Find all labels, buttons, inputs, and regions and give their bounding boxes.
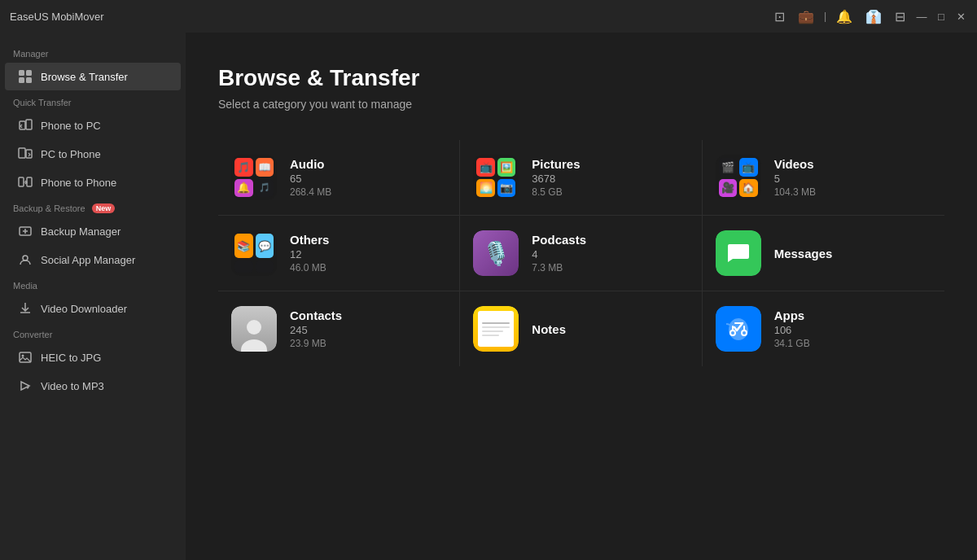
apps-count: 106 bbox=[774, 324, 810, 336]
pictures-icon: 📺 🖼️ 🌅 📷 bbox=[473, 155, 519, 200]
briefcase-icon[interactable]: 💼 bbox=[795, 7, 817, 26]
svg-rect-0 bbox=[19, 70, 24, 76]
category-card-others[interactable]: 📚 💬 Others 12 46.0 MB bbox=[218, 216, 460, 291]
sidebar-item-phone-to-pc[interactable]: Phone to PC bbox=[5, 112, 181, 139]
app-title: EaseUS MobiMover bbox=[10, 11, 104, 23]
svg-rect-2 bbox=[19, 77, 24, 83]
podcasts-size: 7.3 MB bbox=[532, 262, 586, 273]
sidebar-section-backup: Backup & Restore New bbox=[0, 197, 186, 217]
phone-to-pc-icon bbox=[18, 118, 33, 133]
audio-size: 268.4 MB bbox=[290, 186, 331, 198]
category-card-podcasts[interactable]: 🎙️ Podcasts 4 7.3 MB bbox=[460, 216, 702, 291]
sidebar: Manager Browse & Transfer Quick Transfer bbox=[0, 33, 186, 560]
notes-info: Notes bbox=[532, 322, 566, 336]
page-title: Browse & Transfer bbox=[218, 65, 944, 91]
maximize-button[interactable]: □ bbox=[935, 10, 948, 23]
podcasts-info: Podcasts 4 7.3 MB bbox=[532, 233, 586, 273]
notes-icon bbox=[473, 306, 519, 352]
sidebar-item-heic-to-jpg[interactable]: HEIC to JPG bbox=[5, 343, 181, 371]
sidebar-item-phone-to-phone-label: Phone to Phone bbox=[41, 177, 116, 189]
hanger-icon[interactable]: 👔 bbox=[862, 7, 885, 26]
videos-size: 104.3 MB bbox=[774, 186, 816, 198]
main-layout: Manager Browse & Transfer Quick Transfer bbox=[0, 33, 977, 560]
audio-count: 65 bbox=[290, 173, 331, 185]
new-badge: New bbox=[92, 203, 116, 213]
contacts-name: Contacts bbox=[290, 308, 342, 322]
sidebar-section-media: Media bbox=[0, 274, 186, 294]
audio-name: Audio bbox=[290, 157, 331, 171]
videos-name: Videos bbox=[774, 157, 816, 171]
bell-icon[interactable]: 🔔 bbox=[833, 7, 856, 26]
contacts-count: 245 bbox=[290, 324, 342, 336]
notes-name: Notes bbox=[532, 322, 566, 336]
minimize-button[interactable]: — bbox=[915, 10, 928, 23]
sidebar-section-manager: Manager bbox=[0, 42, 186, 62]
device-icon[interactable]: ⊡ bbox=[771, 7, 788, 26]
category-card-notes[interactable]: Notes bbox=[460, 291, 702, 366]
apps-size: 34.1 GB bbox=[774, 338, 810, 349]
contacts-icon bbox=[231, 306, 277, 352]
podcasts-count: 4 bbox=[532, 248, 586, 260]
category-card-apps[interactable]: Apps 106 34.1 GB bbox=[703, 291, 944, 366]
sidebar-item-phone-to-phone[interactable]: Phone to Phone bbox=[5, 168, 181, 196]
category-card-messages[interactable]: Messages bbox=[703, 216, 944, 291]
category-card-videos[interactable]: 🎬 📺 🎥 🏠 Videos 5 104.3 MB bbox=[703, 140, 944, 216]
heic-to-jpg-icon bbox=[18, 350, 33, 365]
svg-point-11 bbox=[23, 256, 28, 260]
category-card-contacts[interactable]: Contacts 245 23.9 MB bbox=[218, 291, 460, 366]
others-size: 46.0 MB bbox=[290, 262, 329, 273]
svg-rect-1 bbox=[26, 70, 32, 76]
backup-manager-icon bbox=[18, 224, 33, 238]
sidebar-item-browse-transfer-label: Browse & Transfer bbox=[41, 71, 128, 83]
messages-info: Messages bbox=[774, 247, 833, 260]
video-to-mp3-icon bbox=[18, 378, 33, 393]
sidebar-item-video-downloader[interactable]: Video Downloader bbox=[5, 295, 181, 322]
sidebar-item-heic-to-jpg-label: HEIC to JPG bbox=[41, 352, 101, 364]
others-info: Others 12 46.0 MB bbox=[290, 233, 329, 273]
svg-rect-6 bbox=[19, 148, 25, 158]
close-button[interactable]: ✕ bbox=[954, 10, 967, 23]
svg-rect-9 bbox=[27, 177, 32, 186]
sidebar-section-quick-transfer: Quick Transfer bbox=[0, 91, 186, 111]
dropdown-icon[interactable]: ⊟ bbox=[892, 7, 909, 26]
social-app-manager-icon bbox=[18, 252, 33, 267]
svg-point-13 bbox=[22, 355, 24, 357]
audio-icon: 🎵 📖 🔔 🎵 bbox=[231, 155, 277, 200]
pictures-count: 3678 bbox=[532, 173, 580, 185]
apps-info: Apps 106 34.1 GB bbox=[774, 308, 810, 349]
page-subtitle: Select a category you want to manage bbox=[218, 98, 944, 111]
category-grid: 🎵 📖 🔔 🎵 Audio 65 268.4 MB 📺 bbox=[218, 140, 944, 366]
others-count: 12 bbox=[290, 248, 329, 260]
pc-to-phone-icon bbox=[18, 147, 33, 161]
messages-name: Messages bbox=[774, 247, 833, 260]
sidebar-item-phone-to-pc-label: Phone to PC bbox=[41, 120, 101, 132]
svg-rect-5 bbox=[26, 120, 32, 129]
content-area: Browse & Transfer Select a category you … bbox=[186, 33, 977, 560]
category-card-audio[interactable]: 🎵 📖 🔔 🎵 Audio 65 268.4 MB bbox=[218, 140, 460, 216]
videos-count: 5 bbox=[774, 173, 816, 185]
contacts-size: 23.9 MB bbox=[290, 338, 342, 349]
podcasts-name: Podcasts bbox=[532, 233, 586, 247]
svg-rect-8 bbox=[19, 177, 24, 186]
sidebar-item-video-to-mp3[interactable]: Video to MP3 bbox=[5, 372, 181, 400]
svg-rect-3 bbox=[26, 77, 32, 83]
videos-icon: 🎬 📺 🎥 🏠 bbox=[716, 155, 761, 200]
title-bar: EaseUS MobiMover ⊡ 💼 | 🔔 👔 ⊟ — □ ✕ bbox=[0, 0, 977, 33]
sidebar-item-backup-manager[interactable]: Backup Manager bbox=[5, 217, 181, 245]
sidebar-item-pc-to-phone[interactable]: PC to Phone bbox=[5, 140, 181, 168]
sidebar-item-pc-to-phone-label: PC to Phone bbox=[41, 148, 101, 160]
contacts-info: Contacts 245 23.9 MB bbox=[290, 308, 342, 349]
browse-transfer-icon bbox=[18, 69, 33, 84]
svg-rect-4 bbox=[20, 121, 25, 129]
sidebar-item-video-to-mp3-label: Video to MP3 bbox=[41, 380, 104, 392]
sidebar-item-browse-transfer[interactable]: Browse & Transfer bbox=[5, 63, 181, 90]
category-card-pictures[interactable]: 📺 🖼️ 🌅 📷 Pictures 3678 8.5 GB bbox=[460, 140, 702, 216]
others-name: Others bbox=[290, 233, 329, 247]
pictures-name: Pictures bbox=[532, 157, 580, 171]
svg-point-14 bbox=[247, 320, 261, 335]
pictures-size: 8.5 GB bbox=[532, 186, 580, 198]
sidebar-section-converter: Converter bbox=[0, 323, 186, 343]
phone-to-phone-icon bbox=[18, 175, 33, 190]
sidebar-item-social-app-manager[interactable]: Social App Manager bbox=[5, 246, 181, 273]
svg-point-15 bbox=[241, 339, 267, 352]
